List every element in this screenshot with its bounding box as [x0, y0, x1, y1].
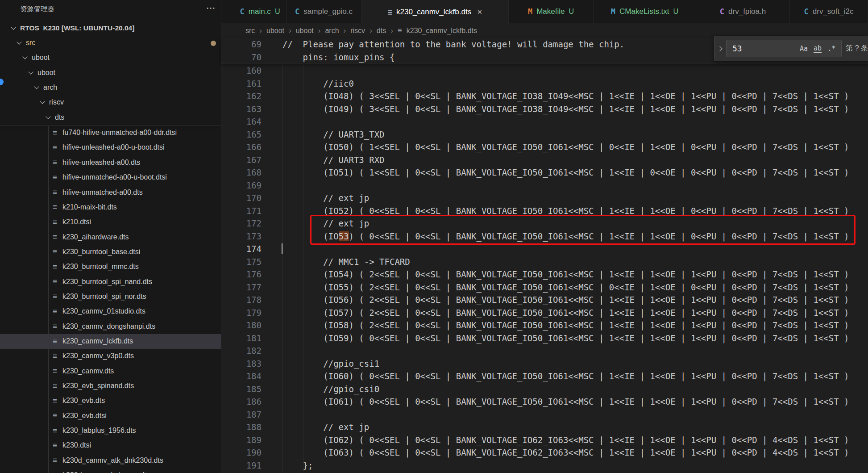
tree-folder-riscv[interactable]: riscv — [0, 95, 221, 110]
code-line-177[interactable]: (IO55) ( 2<<SEL | 0<<SL | BANK_VOLTAGE_I… — [262, 281, 868, 294]
code-line-175[interactable]: // MMC1 -> TFCARD — [262, 255, 868, 268]
dts-file-icon: ≡ — [50, 203, 60, 211]
tree-folder-uboot[interactable]: uboot — [0, 65, 221, 80]
code-line-162[interactable]: (IO48) ( 3<<SEL | 0<<SL | BANK_VOLTAGE_I… — [262, 90, 868, 103]
tree-file-k230-burntool-mmc-dts[interactable]: ≡k230_burntool_mmc.dts — [0, 260, 221, 274]
breadcrumb-item[interactable]: src — [245, 27, 255, 35]
file-label: k230_canmv_v3p0.dts — [62, 352, 134, 360]
tree-folder-arch[interactable]: arch — [0, 80, 221, 95]
match-case-icon[interactable]: Aa — [800, 45, 808, 53]
code-line-188[interactable]: // ext jp — [262, 421, 868, 434]
find-input[interactable]: 53 Aa ab .* — [726, 40, 842, 57]
code-line-187[interactable] — [262, 408, 868, 421]
tab-makefile[interactable]: MMakefileU — [509, 0, 594, 23]
breadcrumb[interactable]: src›uboot›uboot›arch›riscv›dts›≡k230_can… — [245, 23, 477, 38]
code-line-183[interactable]: //gpio_csi1 — [262, 357, 868, 370]
code-line-184[interactable]: (IO60) ( 0<<SEL | 0<<SL | BANK_VOLTAGE_I… — [262, 370, 868, 383]
file-label: k230_burntool_spi_nand.dts — [62, 278, 152, 286]
tab-label: Makefile — [536, 7, 565, 16]
code-line-190[interactable]: (IO63) ( 0<<SEL | 0<<SL | BANK_VOLTAGE_I… — [262, 446, 868, 459]
code-line-165[interactable]: // UART3_TXD — [262, 128, 868, 141]
tab-cmakelists-txt[interactable]: MCMakeLists.txtU — [594, 0, 696, 23]
red-annotation-box — [310, 215, 856, 245]
tree-file-k230-evb-dts[interactable]: ≡k230_evb.dts — [0, 393, 221, 408]
code-line-186[interactable]: (IO61) ( 0<<SEL | 0<<SL | BANK_VOLTAGE_I… — [262, 395, 868, 408]
tree-file-k230-canmv-v3p0-dts[interactable]: ≡k230_canmv_v3p0.dts — [0, 349, 221, 364]
code-line-164[interactable] — [262, 115, 868, 128]
code-line-170[interactable]: // ext jp — [262, 192, 868, 205]
code-line-166[interactable]: (IO50) ( 1<<SEL | 0<<SL | BANK_VOLTAGE_I… — [262, 141, 868, 154]
tree-folder-uboot[interactable]: uboot — [0, 50, 221, 65]
code-line-179[interactable]: (IO57) ( 2<<SEL | 0<<SL | BANK_VOLTAGE_I… — [262, 306, 868, 319]
code-line-178[interactable]: (IO56) ( 2<<SEL | 0<<SL | BANK_VOLTAGE_I… — [262, 293, 868, 306]
breadcrumb-file[interactable]: k230_canmv_lckfb.dts — [407, 27, 477, 35]
editor-code-area[interactable]: //iic0 (IO48) ( 3<<SEL | 0<<SL | BANK_VO… — [221, 64, 868, 472]
dts-file-icon: ≡ — [398, 27, 402, 34]
folder-label: riscv — [49, 98, 64, 106]
file-label: hifive-unleashed-a00.dts — [62, 159, 140, 167]
code-line-163[interactable]: (IO49) ( 3<<SEL | 0<<SL | BANK_VOLTAGE_I… — [262, 103, 868, 116]
editor-tab-bar: Cmain.cUCsample_gpio.c≡k230_canmv_lckfb.… — [221, 0, 868, 23]
tree-file-fu740-hifive-unmatched-a00-ddr-dtsi[interactable]: ≡fu740-hifive-unmatched-a00-ddr.dtsi — [0, 126, 221, 140]
tree-file-k230-dtsi[interactable]: ≡k230.dtsi — [0, 438, 221, 453]
code-line-161[interactable]: //iic0 — [262, 77, 868, 90]
tree-file-hifive-unleashed-a00-dts[interactable]: ≡hifive-unleashed-a00.dts — [0, 155, 221, 170]
code-line-160[interactable] — [262, 64, 868, 77]
tree-file-k230-canmv-dts[interactable]: ≡k230_canmv.dts — [0, 364, 221, 378]
code-line-168[interactable]: (IO51) ( 1<<SEL | 0<<SL | BANK_VOLTAGE_I… — [262, 166, 868, 179]
tab-drv-fpioa-h[interactable]: Cdrv_fpioa.h — [696, 0, 790, 23]
code-line-189[interactable]: (IO62) ( 0<<SEL | 0<<SL | BANK_VOLTAGE_I… — [262, 434, 868, 447]
code-line-182[interactable] — [262, 344, 868, 357]
code-line-167[interactable]: // UART3_RXD — [262, 154, 868, 167]
tree-file-k210-dtsi[interactable]: ≡k210.dtsi — [0, 215, 221, 230]
tree-file-k230d-canmv-atk-dnk230d-dts[interactable]: ≡k230d_canmv_atk_dnk230d.dts — [0, 453, 221, 468]
file-label: k230_evb.dtsi — [62, 412, 107, 420]
folder-label: src — [26, 39, 35, 47]
breadcrumb-item[interactable]: uboot — [296, 27, 314, 35]
file-label: k230_burntool_base.dtsi — [62, 248, 140, 256]
tree-file-k230-burntool-spi-nor-dts[interactable]: ≡k230_burntool_spi_nor.dts — [0, 289, 221, 304]
tab-sample-gpio-c[interactable]: Csample_gpio.c — [287, 0, 361, 23]
tab-main-c[interactable]: Cmain.cU — [234, 0, 287, 23]
tree-file-k230-canmv-lckfb-dts[interactable]: ≡k230_canmv_lckfb.dts — [0, 334, 221, 349]
tree-folder-rtos-k230-wsl-ubuntu-20-04-[interactable]: RTOS_K230 [WSL: UBUNTU-20.04] — [0, 21, 221, 35]
code-line-176[interactable]: (IO54) ( 2<<SEL | 0<<SL | BANK_VOLTAGE_I… — [262, 268, 868, 281]
tree-file-hifive-unmatched-a00-dts[interactable]: ≡hifive-unmatched-a00.dts — [0, 185, 221, 200]
tree-file-k230-burntool-base-dtsi[interactable]: ≡k230_burntool_base.dtsi — [0, 244, 221, 259]
tree-file-k230-canmv-01studio-dts[interactable]: ≡k230_canmv_01studio.dts — [0, 304, 221, 319]
code-line-181[interactable]: (IO59) ( 0<<SEL | 0<<SL | BANK_VOLTAGE_I… — [262, 332, 868, 345]
close-icon[interactable]: × — [477, 7, 482, 17]
tree-file-k230-aihardware-dts[interactable]: ≡k230_aihardware.dts — [0, 230, 221, 244]
tree-file-k230d-canmv-bpi-zero-dts[interactable]: ≡k230d_canmv_bpi_zero.dts — [0, 468, 221, 473]
tree-file-k230-canmv-dongshanpi-dts[interactable]: ≡k230_canmv_dongshanpi.dts — [0, 319, 221, 334]
code-line-169[interactable] — [262, 179, 868, 192]
tree-file-k230-labplus-1956-dts[interactable]: ≡k230_labplus_1956.dts — [0, 423, 221, 438]
tree-file-hifive-unleashed-a00-u-boot-dtsi[interactable]: ≡hifive-unleashed-a00-u-boot.dtsi — [0, 140, 221, 155]
tree-folder-dts[interactable]: dts — [0, 110, 221, 125]
whole-word-icon[interactable]: ab — [814, 44, 822, 53]
code-line-191[interactable]: }; — [262, 459, 868, 472]
file-label: k210.dtsi — [62, 218, 91, 226]
tree-file-k210-maix-bit-dts[interactable]: ≡k210-maix-bit.dts — [0, 200, 221, 214]
file-type-icon: ≡ — [388, 8, 392, 17]
breadcrumb-item[interactable]: riscv — [350, 27, 365, 35]
tab-k230-canmv-lckfb-dts[interactable]: ≡k230_canmv_lckfb.dts× — [361, 0, 509, 24]
tree-folder-src[interactable]: src — [0, 35, 221, 50]
file-type-icon: C — [804, 7, 809, 16]
breadcrumb-item[interactable]: dts — [377, 27, 386, 35]
code-line-185[interactable]: //gpio_csi0 — [262, 383, 868, 396]
file-label: k230_canmv_lckfb.dts — [62, 337, 133, 345]
breadcrumb-item[interactable]: uboot — [266, 27, 284, 35]
tree-file-k230-evb-spinand-dts[interactable]: ≡k230_evb_spinand.dts — [0, 379, 221, 393]
breadcrumb-separator: › — [289, 26, 291, 35]
find-query-text[interactable]: 53 — [732, 44, 800, 53]
breadcrumb-item[interactable]: arch — [325, 27, 339, 35]
regex-icon[interactable]: .* — [827, 45, 835, 53]
tree-file-hifive-unmatched-a00-u-boot-dtsi[interactable]: ≡hifive-unmatched-a00-u-boot.dtsi — [0, 170, 221, 185]
tab-drv-soft-i2c[interactable]: Cdrv_soft_i2c — [790, 0, 868, 23]
tree-file-k230-burntool-spi-nand-dts[interactable]: ≡k230_burntool_spi_nand.dts — [0, 274, 221, 289]
tree-file-k230-evb-dtsi[interactable]: ≡k230_evb.dtsi — [0, 408, 221, 423]
code-line-180[interactable]: (IO58) ( 2<<SEL | 0<<SL | BANK_VOLTAGE_I… — [262, 319, 868, 332]
more-actions-icon[interactable]: ⋯ — [206, 3, 216, 13]
toggle-replace-chevron-icon[interactable] — [717, 46, 722, 51]
